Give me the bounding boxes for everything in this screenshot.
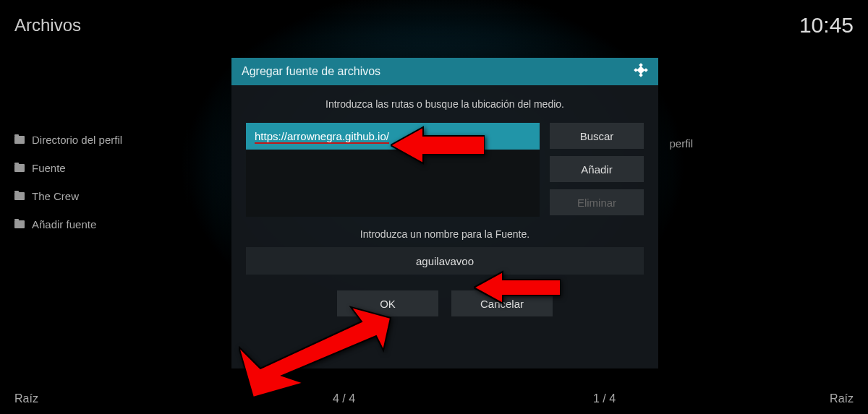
svg-marker-7 xyxy=(239,307,391,397)
list-item[interactable]: The Crew xyxy=(14,190,122,202)
dialog-title: Agregar fuente de archivos xyxy=(242,65,380,78)
side-button-column: Buscar Añadir Eliminar xyxy=(550,123,644,217)
path-prompt: Introduzca las rutas o busque la ubicaci… xyxy=(246,98,644,110)
clock: 10:45 xyxy=(799,13,854,38)
kodi-logo-icon xyxy=(634,63,648,81)
file-list-left: Directorio del perfil Fuente The Crew Añ… xyxy=(14,134,122,246)
list-item-label: Fuente xyxy=(32,162,66,174)
list-item[interactable]: Fuente xyxy=(14,162,122,174)
folder-icon xyxy=(14,164,25,172)
dialog-header: Agregar fuente de archivos xyxy=(231,58,658,85)
footer-left-label: Raíz xyxy=(14,392,38,405)
remove-button: Eliminar xyxy=(550,189,644,215)
footer-bar: Raíz 4 / 4 1 / 4 Raíz xyxy=(14,392,854,405)
annotation-arrow-icon xyxy=(474,267,561,311)
list-item-label: Directorio del perfil xyxy=(32,134,122,146)
folder-icon xyxy=(14,136,25,144)
svg-marker-5 xyxy=(391,127,485,163)
svg-rect-4 xyxy=(637,66,644,74)
list-item[interactable]: Añadir fuente xyxy=(14,218,122,230)
footer-counter: 1 / 4 xyxy=(593,392,616,405)
source-name-input[interactable] xyxy=(246,247,644,275)
annotation-arrow-icon xyxy=(391,121,485,172)
browse-button[interactable]: Buscar xyxy=(550,123,644,149)
list-item-label: The Crew xyxy=(32,190,79,202)
annotation-arrow-icon xyxy=(239,303,398,400)
folder-icon xyxy=(14,192,25,200)
svg-marker-6 xyxy=(474,272,561,303)
list-item[interactable]: Directorio del perfil xyxy=(14,134,122,146)
list-item-label: perfil xyxy=(669,137,693,150)
name-prompt: Introduzca un nombre para la Fuente. xyxy=(246,228,644,240)
header-bar: Archivos 10:45 xyxy=(14,13,854,38)
file-list-right-fragment: perfil xyxy=(669,137,693,150)
footer-right-label: Raíz xyxy=(830,392,854,405)
list-item-label: Añadir fuente xyxy=(32,218,96,230)
folder-icon xyxy=(14,220,25,228)
add-button[interactable]: Añadir xyxy=(550,156,644,182)
page-title: Archivos xyxy=(14,15,81,35)
